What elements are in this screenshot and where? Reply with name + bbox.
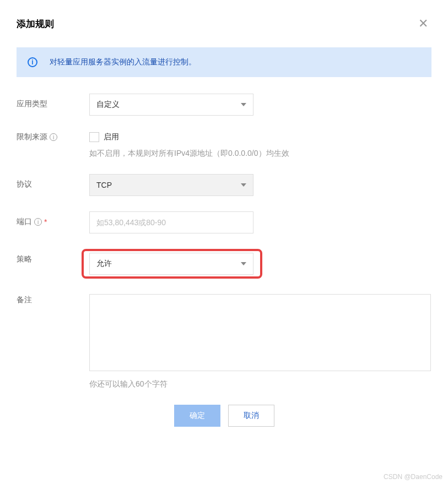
restrict-source-helper: 如不启用，本规则对所有IPv4源地址（即0.0.0.0/0）均生效 — [89, 149, 431, 159]
row-port: 端口 i * — [17, 211, 431, 233]
help-icon[interactable]: i — [34, 218, 42, 226]
info-icon: i — [28, 57, 37, 67]
control-remark: 你还可以输入60个字符 — [89, 294, 431, 389]
label-port: 端口 i * — [17, 211, 89, 227]
row-remark: 备注 你还可以输入60个字符 — [17, 294, 431, 389]
row-restrict-source: 限制来源 i 启用 如不启用，本规则对所有IPv4源地址（即0.0.0.0/0）… — [17, 131, 431, 159]
policy-highlight: 允许 — [82, 249, 262, 279]
info-banner: i 对轻量应用服务器实例的入流量进行控制。 — [17, 47, 431, 77]
modal-footer: 确定 取消 — [17, 405, 431, 427]
info-banner-text: 对轻量应用服务器实例的入流量进行控制。 — [50, 57, 196, 67]
row-protocol: 协议 TCP — [17, 174, 431, 196]
row-app-type: 应用类型 自定义 — [17, 94, 431, 116]
required-asterisk: * — [44, 217, 47, 226]
select-policy-value: 允许 — [96, 259, 112, 269]
remark-helper: 你还可以输入60个字符 — [89, 379, 431, 389]
select-protocol[interactable]: TCP — [89, 174, 253, 196]
control-app-type: 自定义 — [89, 94, 431, 116]
textarea-remark[interactable] — [89, 294, 431, 371]
ok-button[interactable]: 确定 — [174, 405, 220, 427]
label-remark: 备注 — [17, 294, 89, 305]
input-port[interactable] — [89, 211, 253, 233]
cancel-button[interactable]: 取消 — [228, 405, 274, 427]
label-restrict-source-text: 限制来源 — [17, 132, 47, 142]
chevron-down-icon — [241, 183, 246, 187]
row-policy: 策略 允许 — [17, 249, 431, 279]
modal-header: 添加规则 ✕ — [17, 17, 431, 31]
control-policy: 允许 — [89, 249, 431, 279]
select-protocol-value: TCP — [96, 181, 112, 189]
select-app-type[interactable]: 自定义 — [89, 94, 253, 116]
label-port-text: 端口 — [17, 217, 32, 227]
watermark: CSDN @DaenCode — [384, 473, 442, 481]
control-port — [89, 211, 431, 233]
select-app-type-value: 自定义 — [96, 100, 120, 110]
modal-title: 添加规则 — [17, 18, 54, 30]
checkbox-enable[interactable] — [89, 132, 99, 142]
checkbox-wrap: 启用 — [89, 132, 431, 142]
add-rule-modal: 添加规则 ✕ i 对轻量应用服务器实例的入流量进行控制。 应用类型 自定义 限制… — [0, 0, 448, 443]
control-restrict-source: 启用 如不启用，本规则对所有IPv4源地址（即0.0.0.0/0）均生效 — [89, 131, 431, 159]
label-protocol: 协议 — [17, 174, 89, 189]
help-icon[interactable]: i — [50, 133, 57, 141]
checkbox-enable-label: 启用 — [104, 132, 119, 142]
select-policy[interactable]: 允许 — [89, 253, 253, 275]
close-icon[interactable]: ✕ — [415, 17, 431, 31]
chevron-down-icon — [241, 103, 246, 106]
control-protocol: TCP — [89, 174, 431, 196]
label-restrict-source: 限制来源 i — [17, 131, 89, 142]
label-policy: 策略 — [17, 249, 89, 264]
chevron-down-icon — [241, 262, 246, 265]
label-app-type: 应用类型 — [17, 94, 89, 109]
